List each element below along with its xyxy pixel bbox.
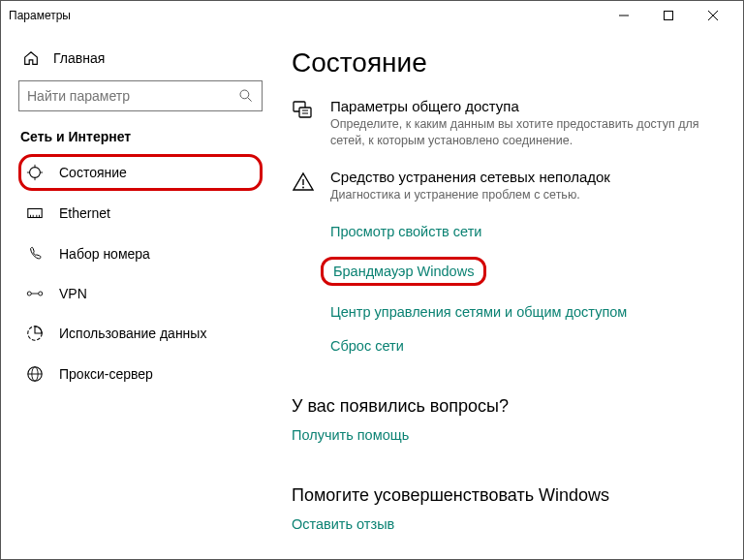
link-get-help[interactable]: Получить помощь	[292, 427, 409, 443]
window-title: Параметры	[9, 9, 71, 22]
page-title: Состояние	[292, 47, 724, 78]
link-view-properties[interactable]: Просмотр свойств сети	[330, 224, 481, 239]
sidebar-item-label: Ethernet	[59, 205, 110, 221]
sidebar-item-dialup[interactable]: Набор номера	[18, 235, 263, 272]
svg-point-28	[302, 186, 304, 188]
link-network-reset[interactable]: Сброс сети	[330, 338, 404, 354]
sidebar-item-data-usage[interactable]: Использование данных	[18, 315, 263, 352]
warning-icon	[292, 169, 317, 203]
close-button[interactable]	[691, 1, 735, 30]
sharing-options-row[interactable]: Параметры общего доступа Определите, к к…	[292, 98, 724, 149]
vpn-icon	[26, 286, 44, 301]
link-windows-firewall[interactable]: Брандмауэр Windows	[321, 257, 486, 286]
questions-section: У вас появились вопросы? Получить помощь	[292, 396, 724, 456]
sidebar-item-label: Состояние	[59, 165, 127, 180]
svg-rect-24	[299, 108, 311, 117]
svg-rect-11	[28, 209, 42, 218]
svg-rect-1	[665, 12, 673, 20]
sidebar-item-vpn[interactable]: VPN	[18, 276, 263, 311]
sidebar-item-label: Прокси-сервер	[59, 366, 153, 382]
link-sharing-center[interactable]: Центр управления сетями и общим доступом	[330, 304, 627, 320]
sidebar-item-label: Набор номера	[59, 246, 150, 262]
home-label: Главная	[53, 50, 105, 66]
data-usage-icon	[26, 325, 44, 342]
svg-line-5	[248, 98, 252, 102]
svg-point-4	[240, 90, 249, 99]
home-nav[interactable]: Главная	[18, 40, 263, 80]
sharing-desc: Определите, к каким данным вы хотите пре…	[330, 116, 724, 149]
section-label: Сеть и Интернет	[18, 129, 263, 144]
improve-title: Помогите усовершенствовать Windows	[292, 485, 724, 506]
svg-point-16	[27, 292, 31, 296]
sharing-title: Параметры общего доступа	[330, 98, 724, 114]
improve-section: Помогите усовершенствовать Windows Остав…	[292, 485, 724, 545]
sidebar-item-ethernet[interactable]: Ethernet	[18, 195, 263, 232]
sidebar-item-status[interactable]: Состояние	[18, 154, 263, 191]
troubleshoot-title: Средство устранения сетевых неполадок	[330, 169, 724, 185]
sidebar-item-label: Использование данных	[59, 326, 206, 341]
link-feedback[interactable]: Оставить отзыв	[292, 516, 394, 532]
ethernet-icon	[26, 204, 44, 222]
maximize-button[interactable]	[646, 1, 691, 30]
main-content: Состояние Параметры общего доступа Опред…	[282, 30, 743, 560]
titlebar: Параметры	[1, 1, 743, 30]
sidebar-item-proxy[interactable]: Прокси-сервер	[18, 356, 263, 392]
troubleshoot-row[interactable]: Средство устранения сетевых неполадок Ди…	[292, 169, 724, 203]
troubleshoot-desc: Диагностика и устранение проблем с сетью…	[330, 187, 724, 203]
search-box[interactable]	[18, 80, 263, 111]
minimize-button[interactable]	[602, 1, 646, 30]
sidebar: Главная Сеть и Интернет Состояние Ethern…	[1, 30, 282, 560]
search-icon	[238, 88, 254, 104]
questions-title: У вас появились вопросы?	[292, 396, 724, 417]
sidebar-item-label: VPN	[59, 286, 87, 301]
dialup-icon	[26, 245, 44, 263]
sharing-icon	[292, 98, 317, 149]
home-icon	[22, 49, 40, 67]
proxy-icon	[26, 365, 44, 383]
status-icon	[26, 164, 44, 181]
search-input[interactable]	[27, 88, 238, 104]
svg-point-6	[30, 168, 41, 178]
svg-point-17	[39, 292, 43, 296]
